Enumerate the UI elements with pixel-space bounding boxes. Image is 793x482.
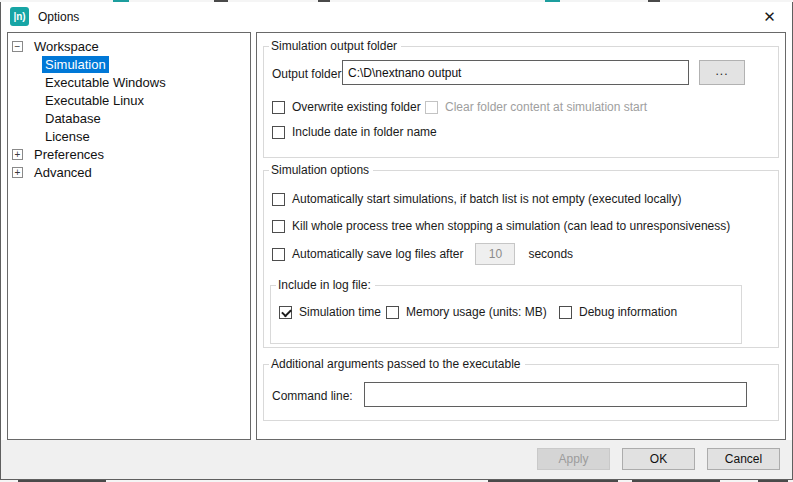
dialog-footer: Apply OK Cancel [1, 440, 792, 479]
checkbox-label: Automatically save log files after [292, 247, 463, 261]
tree-item-label[interactable]: Executable Linux [42, 92, 147, 109]
tree-item-label[interactable]: Workspace [31, 38, 102, 55]
simulation-settings-panel: Simulation output folder Output folder: … [256, 32, 786, 440]
memory-usage-checkbox[interactable] [386, 306, 399, 319]
tree-item-database[interactable]: Database [8, 109, 250, 127]
simulation-time-row[interactable]: Simulation time [279, 305, 381, 319]
include-date-checkbox[interactable] [272, 126, 285, 139]
tree-item-label-selected[interactable]: Simulation [42, 56, 109, 73]
tree-item-label[interactable]: Database [42, 110, 104, 127]
clear-folder-content-row[interactable]: Clear folder content at simulation start [425, 100, 647, 114]
overwrite-existing-folder-row[interactable]: Overwrite existing folder [272, 100, 421, 114]
auto-start-checkbox[interactable] [272, 193, 285, 206]
tree-item-workspace[interactable]: − Workspace [8, 37, 250, 55]
command-line-label: Command line: [272, 389, 353, 403]
output-folder-label: Output folder: [272, 67, 345, 81]
checkbox-label: Clear folder content at simulation start [445, 100, 647, 114]
group-legend: Additional arguments passed to the execu… [269, 357, 525, 371]
clear-folder-content-checkbox[interactable] [425, 101, 438, 114]
tree-item-executable-linux[interactable]: Executable Linux [8, 91, 250, 109]
checkbox-label: Simulation time [299, 305, 381, 319]
close-button[interactable]: ✕ [747, 2, 792, 31]
tree-item-label[interactable]: Executable Windows [42, 74, 169, 91]
apply-button[interactable]: Apply [537, 448, 610, 470]
screen: |n) Options ✕ − Workspace Simulation Exe… [0, 0, 793, 482]
close-icon: ✕ [763, 8, 776, 26]
command-line-input[interactable] [364, 382, 747, 407]
window-title: Options [38, 10, 79, 24]
include-in-log-file-group: Include in log file: Simulation time Mem… [270, 278, 742, 344]
group-legend: Include in log file: [276, 278, 375, 292]
output-folder-input[interactable] [342, 60, 689, 85]
cancel-button[interactable]: Cancel [707, 448, 780, 470]
memory-usage-row[interactable]: Memory usage (units: MB) [386, 305, 547, 319]
simulation-time-checkbox[interactable] [279, 306, 292, 319]
kill-process-tree-row[interactable]: Kill whole process tree when stopping a … [272, 219, 730, 233]
tree-item-advanced[interactable]: + Advanced [8, 163, 250, 181]
title-bar: |n) Options ✕ [1, 2, 792, 31]
auto-save-log-row: Automatically save log files after secon… [272, 243, 573, 265]
tree-item-label[interactable]: License [42, 128, 93, 145]
checkbox-label: Automatically start simulations, if batc… [292, 192, 681, 206]
checkbox-label: Include date in folder name [292, 125, 437, 139]
tree-item-label[interactable]: Advanced [31, 164, 95, 181]
expander-plus-icon[interactable]: + [12, 167, 23, 178]
tree-item-preferences[interactable]: + Preferences [8, 145, 250, 163]
debug-information-checkbox[interactable] [559, 306, 572, 319]
additional-arguments-group: Additional arguments passed to the execu… [263, 357, 779, 421]
group-legend: Simulation output folder [269, 39, 401, 53]
tree-item-license[interactable]: License [8, 127, 250, 145]
debug-information-row[interactable]: Debug information [559, 305, 677, 319]
checkbox-label: Memory usage (units: MB) [406, 305, 547, 319]
checkbox-label: Overwrite existing folder [292, 100, 421, 114]
include-date-row[interactable]: Include date in folder name [272, 125, 437, 139]
checkbox-label: Debug information [579, 305, 677, 319]
simulation-output-folder-group: Simulation output folder Output folder: … [263, 39, 779, 158]
expander-plus-icon[interactable]: + [12, 149, 23, 160]
checkbox-label: Kill whole process tree when stopping a … [292, 219, 730, 233]
kill-process-tree-checkbox[interactable] [272, 220, 285, 233]
auto-start-row[interactable]: Automatically start simulations, if batc… [272, 192, 681, 206]
group-legend: Simulation options [269, 163, 373, 177]
simulation-options-group: Simulation options Automatically start s… [263, 163, 779, 348]
tree-item-label[interactable]: Preferences [31, 146, 107, 163]
overwrite-existing-folder-checkbox[interactable] [272, 101, 285, 114]
ok-button[interactable]: OK [622, 448, 695, 470]
seconds-label: seconds [528, 247, 573, 261]
auto-save-seconds-input[interactable] [475, 243, 515, 265]
expander-minus-icon[interactable]: − [12, 41, 23, 52]
browse-button[interactable]: ... [699, 60, 745, 85]
tree-item-simulation[interactable]: Simulation [8, 55, 250, 73]
nextnano-logo-icon: |n) [10, 7, 29, 26]
tree-item-executable-windows[interactable]: Executable Windows [8, 73, 250, 91]
settings-tree-panel: − Workspace Simulation Executable Window… [7, 32, 251, 440]
auto-save-log-checkbox[interactable] [272, 248, 285, 261]
